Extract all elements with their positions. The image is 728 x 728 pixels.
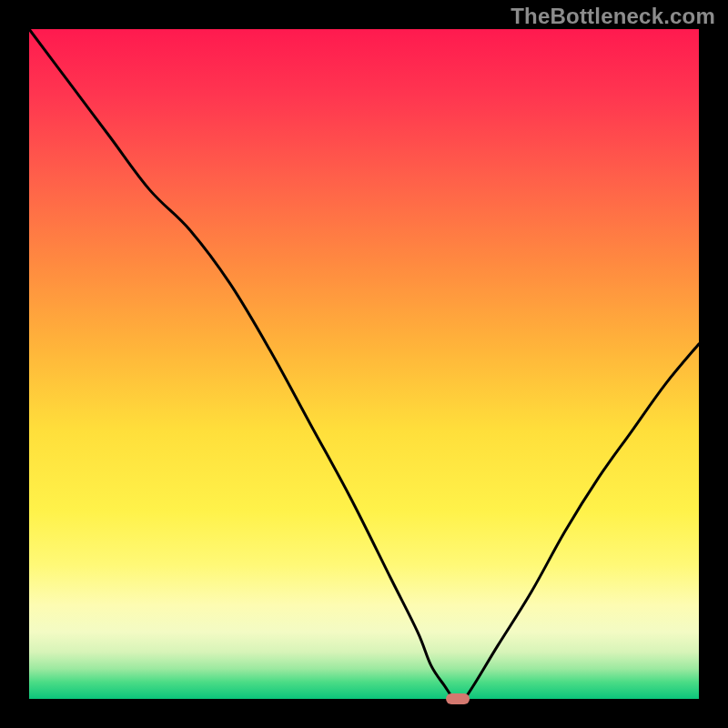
optimal-marker bbox=[446, 693, 470, 704]
watermark-text: TheBottleneck.com bbox=[511, 4, 715, 29]
bottleneck-chart bbox=[0, 0, 728, 728]
chart-frame: TheBottleneck.com bbox=[0, 0, 728, 728]
plot-background bbox=[29, 29, 699, 699]
